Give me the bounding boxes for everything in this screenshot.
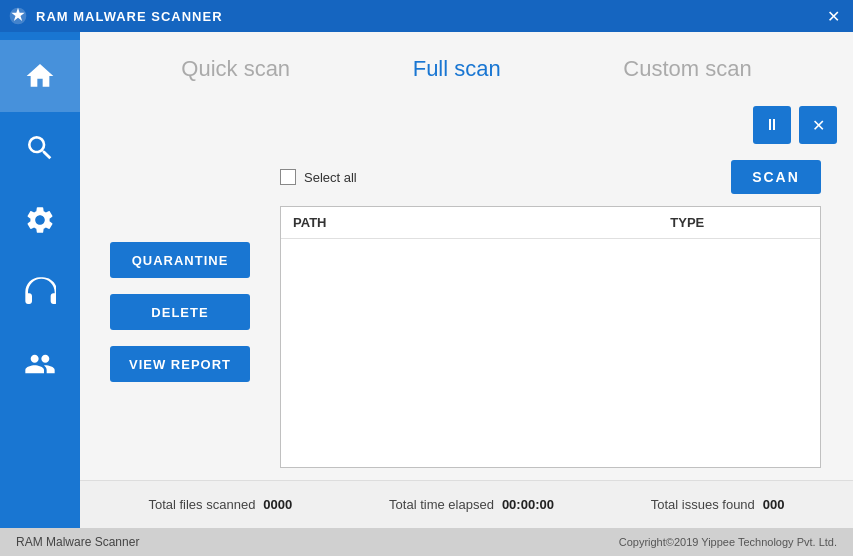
delete-button[interactable]: DELETE <box>110 294 250 330</box>
main-container: Quick scan Full scan Custom scan ⏸ ✕ QUA… <box>0 32 853 528</box>
sidebar-item-users[interactable] <box>0 328 80 400</box>
window-close-button[interactable]: ✕ <box>821 4 845 28</box>
scan-panel: Select all SCAN PATH TYPE <box>280 152 837 472</box>
home-icon <box>24 60 56 92</box>
sidebar-item-home[interactable] <box>0 40 80 112</box>
sidebar-item-support[interactable] <box>0 256 80 328</box>
stop-button[interactable]: ✕ <box>799 106 837 144</box>
app-icon <box>8 6 28 26</box>
sidebar-item-settings[interactable] <box>0 184 80 256</box>
files-scanned-item: Total files scanned 0000 <box>148 497 292 512</box>
users-icon <box>24 348 56 380</box>
status-bar: Total files scanned 0000 Total time elap… <box>80 480 853 528</box>
issues-found-item: Total issues found 000 <box>651 497 785 512</box>
sidebar-item-search[interactable] <box>0 112 80 184</box>
pause-button[interactable]: ⏸ <box>753 106 791 144</box>
tab-full-scan[interactable]: Full scan <box>393 48 521 90</box>
footer-bar: RAM Malware Scanner Copyright©2019 Yippe… <box>0 528 853 556</box>
content-area: Quick scan Full scan Custom scan ⏸ ✕ QUA… <box>80 32 853 528</box>
tab-quick-scan[interactable]: Quick scan <box>161 48 310 90</box>
controls-area: ⏸ ✕ <box>80 98 853 148</box>
files-scanned-label: Total files scanned <box>148 497 255 512</box>
title-bar-left: RAM MALWARE SCANNER <box>8 6 223 26</box>
scan-button[interactable]: SCAN <box>731 160 821 194</box>
pause-icon: ⏸ <box>764 116 780 134</box>
action-sidebar: QUARANTINE DELETE VIEW REPORT <box>80 152 280 472</box>
footer-app-name: RAM Malware Scanner <box>16 535 139 549</box>
column-path: PATH <box>281 207 658 239</box>
app-title: RAM MALWARE SCANNER <box>36 9 223 24</box>
panel-area: QUARANTINE DELETE VIEW REPORT Select all… <box>80 148 853 480</box>
results-table-wrapper: PATH TYPE <box>280 206 821 468</box>
results-table: PATH TYPE <box>281 207 820 239</box>
select-all-checkbox[interactable] <box>280 169 296 185</box>
quarantine-button[interactable]: QUARANTINE <box>110 242 250 278</box>
search-icon <box>24 132 56 164</box>
time-elapsed-value: 00:00:00 <box>502 497 554 512</box>
sidebar <box>0 32 80 528</box>
tab-custom-scan[interactable]: Custom scan <box>603 48 771 90</box>
issues-found-value: 000 <box>763 497 785 512</box>
table-header-row: PATH TYPE <box>281 207 820 239</box>
select-all-label: Select all <box>304 170 357 185</box>
footer-copyright: Copyright©2019 Yippee Technology Pvt. Lt… <box>619 536 837 548</box>
issues-found-label: Total issues found <box>651 497 755 512</box>
column-type: TYPE <box>658 207 820 239</box>
stop-icon: ✕ <box>812 116 825 135</box>
view-report-button[interactable]: VIEW REPORT <box>110 346 250 382</box>
time-elapsed-label: Total time elapsed <box>389 497 494 512</box>
select-all-row: Select all SCAN <box>280 156 821 198</box>
headset-icon <box>24 276 56 308</box>
title-bar: RAM MALWARE SCANNER ✕ <box>0 0 853 32</box>
time-elapsed-item: Total time elapsed 00:00:00 <box>389 497 554 512</box>
gear-icon <box>24 204 56 236</box>
files-scanned-value: 0000 <box>263 497 292 512</box>
scan-tabs: Quick scan Full scan Custom scan <box>80 32 853 98</box>
